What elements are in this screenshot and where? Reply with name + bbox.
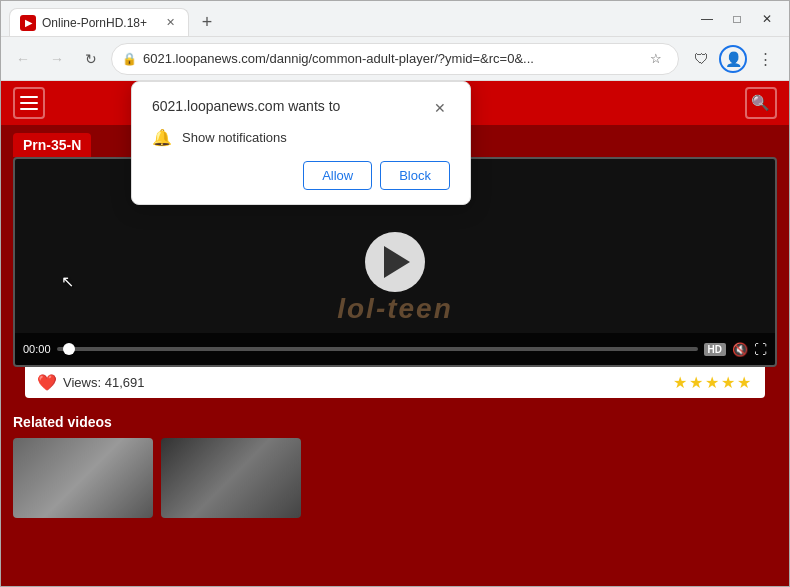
maximize-button[interactable]: □ — [723, 5, 751, 33]
bookmark-icon[interactable]: ☆ — [644, 47, 668, 71]
tab-title: Online-PornHD.18+ — [42, 16, 156, 30]
allow-button[interactable]: Allow — [303, 161, 372, 190]
notification-label: Show notifications — [182, 130, 287, 145]
notification-popup: 6021.loopanews.com wants to ✕ 🔔 Show not… — [131, 81, 471, 205]
forward-button[interactable]: → — [43, 45, 71, 73]
title-bar: ▶ Online-PornHD.18+ ✕ + — □ ✕ — [1, 1, 789, 37]
popup-title: 6021.loopanews.com wants to — [152, 98, 340, 114]
views-container: ❤️ Views: 41,691 — [37, 373, 144, 392]
thumb-image-2 — [161, 438, 301, 518]
progress-dot — [63, 343, 75, 355]
views-text: Views: 41,691 — [63, 375, 144, 390]
progress-bar[interactable] — [57, 347, 698, 351]
play-button[interactable] — [365, 232, 425, 292]
browser-window: ▶ Online-PornHD.18+ ✕ + — □ ✕ ← → ↻ 🔒 60… — [0, 0, 790, 587]
hamburger-line — [20, 102, 38, 104]
mute-button[interactable]: 🔇 — [732, 342, 748, 357]
related-title: Related videos — [13, 414, 777, 430]
address-bar: ← → ↻ 🔒 6021.loopanews.com/dannig/common… — [1, 37, 789, 81]
hamburger-button[interactable] — [13, 87, 45, 119]
active-tab[interactable]: ▶ Online-PornHD.18+ ✕ — [9, 8, 189, 36]
url-bar[interactable]: 🔒 6021.loopanews.com/dannig/common-adult… — [111, 43, 679, 75]
window-controls: — □ ✕ — [693, 5, 781, 33]
time-display: 00:00 — [23, 343, 51, 355]
browser-actions: 🛡 👤 ⋮ — [685, 43, 781, 75]
popup-close-button[interactable]: ✕ — [430, 98, 450, 118]
hd-badge: HD — [704, 343, 726, 356]
hamburger-line — [20, 108, 38, 110]
related-section: Related videos — [1, 406, 789, 522]
thumb-image-1 — [13, 438, 153, 518]
tab-area: ▶ Online-PornHD.18+ ✕ + — [9, 1, 685, 36]
views-bar: ❤️ Views: 41,691 ★★★★★ — [25, 367, 765, 398]
video-controls: 00:00 HD 🔇 ⛶ — [15, 333, 775, 365]
lock-icon: 🔒 — [122, 52, 137, 66]
hamburger-line — [20, 96, 38, 98]
related-grid — [13, 438, 777, 518]
cursor-arrow: ↖ — [61, 272, 74, 291]
popup-buttons: Allow Block — [152, 161, 450, 190]
notification-row: 🔔 Show notifications — [152, 128, 450, 147]
block-button[interactable]: Block — [380, 161, 450, 190]
tab-favicon: ▶ — [20, 15, 36, 31]
play-triangle-icon — [384, 246, 410, 278]
video-title: Prn-35-N — [13, 133, 91, 157]
heart-icon: ❤️ — [37, 373, 57, 392]
shield-button[interactable]: 🛡 — [685, 43, 717, 75]
related-thumb-2[interactable] — [161, 438, 301, 518]
bell-icon: 🔔 — [152, 128, 172, 147]
related-thumb-1[interactable] — [13, 438, 153, 518]
profile-button[interactable]: 👤 — [719, 45, 747, 73]
close-button[interactable]: ✕ — [753, 5, 781, 33]
back-button[interactable]: ← — [9, 45, 37, 73]
url-text: 6021.loopanews.com/dannig/common-adult-p… — [143, 51, 638, 66]
page-content: Enjoy watching! 🔍 Prn-35-N lol-teen ↖ 00… — [1, 81, 789, 586]
tab-close-button[interactable]: ✕ — [162, 15, 178, 31]
url-actions: ☆ — [644, 47, 668, 71]
fullscreen-button[interactable]: ⛶ — [754, 342, 767, 357]
menu-button[interactable]: ⋮ — [749, 43, 781, 75]
reload-button[interactable]: ↻ — [77, 45, 105, 73]
star-rating: ★★★★★ — [673, 373, 753, 392]
minimize-button[interactable]: — — [693, 5, 721, 33]
popup-header: 6021.loopanews.com wants to ✕ — [152, 98, 450, 118]
search-button[interactable]: 🔍 — [745, 87, 777, 119]
new-tab-button[interactable]: + — [193, 8, 221, 36]
